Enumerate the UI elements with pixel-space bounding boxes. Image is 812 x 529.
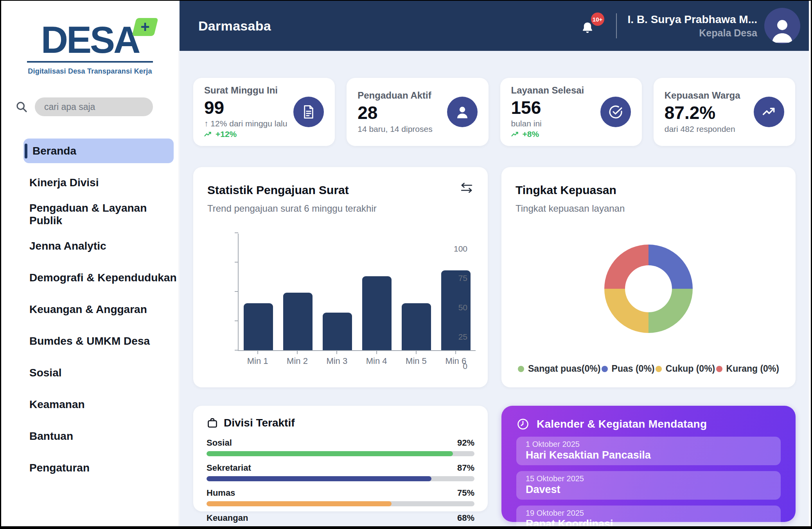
sidebar-item-pengaduan-layanan-publik[interactable]: Pengaduan & Layanan Publik: [1, 198, 179, 230]
stat-subtitle: bulan ini: [511, 119, 584, 128]
bar-min-3[interactable]: [323, 313, 352, 350]
main-content: Surat Minggu Ini99↑ 12% dari minggu lalu…: [180, 51, 809, 526]
stat-value: 87.2%: [665, 103, 740, 122]
bottom-row: Divisi Teraktif Sosial92%Sekretariat87%H…: [193, 406, 795, 522]
bar-min-1[interactable]: [244, 303, 273, 350]
swap-horizontal-icon[interactable]: [460, 182, 474, 194]
sidebar-item-label: Keamanan: [29, 398, 85, 411]
search-icon[interactable]: [15, 101, 28, 113]
bar-plot-area: Min 1Min 2Min 3Min 4Min 5Min 6 025507510…: [207, 234, 474, 366]
event-name: Rapat Koordinasi: [526, 518, 771, 526]
plus-icon: +: [141, 19, 150, 34]
trend-up-icon: [511, 131, 520, 137]
sidebar-item-bantuan[interactable]: Bantuan: [1, 420, 179, 452]
legend-item[interactable]: Puas (0%): [602, 363, 655, 374]
y-tick-mark: [235, 320, 238, 321]
donut-chart[interactable]: [604, 245, 693, 333]
progress-fill: [207, 501, 392, 506]
event-item[interactable]: 19 Oktober 2025Rapat Koordinasi: [516, 506, 781, 526]
sidebar-item-label: Kinerja Divisi: [29, 176, 99, 189]
legend-label: Kurang (0%): [726, 363, 779, 374]
x-tick-mark: [416, 351, 417, 354]
x-tick-mark: [257, 351, 258, 354]
sidebar-item-pengaturan[interactable]: Pengaturan: [1, 452, 179, 484]
bar-min-4[interactable]: [362, 276, 392, 350]
bar-min-2[interactable]: [283, 293, 313, 350]
stat-value: 156: [511, 98, 584, 117]
event-item[interactable]: 1 Oktober 2025Hari Kesaktian Pancasila: [516, 437, 781, 465]
x-tick-label: Min 4: [362, 356, 391, 366]
y-tick-mark: [235, 291, 238, 292]
logo-plus-badge: +: [132, 18, 158, 36]
divisi-percentage: 68%: [457, 513, 474, 523]
sidebar-item-jenna-analytic[interactable]: Jenna Analytic: [1, 230, 179, 262]
divisi-label: Sekretariat: [207, 463, 251, 473]
y-tick-mark: [235, 350, 238, 351]
active-indicator: [25, 144, 27, 158]
stat-card-text: Kepuasan Warga87.2%dari 482 responden: [665, 90, 740, 133]
divisi-rows: Sosial92%Sekretariat87%Humas75%Keuangan6…: [207, 438, 474, 526]
stat-card: Layanan Selesai156bulan ini+8%: [500, 78, 642, 146]
trend-up-icon: [204, 131, 213, 137]
sidebar-item-keamanan[interactable]: Keamanan: [1, 389, 179, 420]
donut-hole: [625, 265, 672, 312]
sidebar-menu: BerandaKinerja DivisiPengaduan & Layanan…: [1, 135, 179, 484]
stat-title: Kepuasan Warga: [665, 90, 740, 101]
avatar[interactable]: [764, 8, 800, 44]
progress-fill: [207, 451, 453, 456]
search-row: [15, 97, 179, 116]
bar-plot: [238, 234, 476, 351]
x-tick-label: Min 5: [401, 356, 431, 366]
sidebar-item-keuangan-anggaran[interactable]: Keuangan & Anggaran: [1, 293, 179, 325]
progress-track: [207, 451, 474, 456]
divisi-label: Sosial: [207, 438, 232, 448]
legend-dot-icon: [656, 366, 662, 372]
stat-trend: +12%: [204, 130, 287, 139]
bar-min-5[interactable]: [402, 303, 431, 350]
legend-dot-icon: [602, 366, 608, 372]
legend-item[interactable]: Kurang (0%): [716, 363, 779, 374]
user-menu[interactable]: I. B. Surya Prabhawa M... Kepala Desa: [628, 13, 757, 39]
y-tick-label: 100: [454, 244, 467, 254]
stat-trend: +8%: [511, 130, 584, 139]
event-item[interactable]: 15 Oktober 2025Davest: [516, 471, 781, 500]
sidebar-item-kinerja-divisi[interactable]: Kinerja Divisi: [1, 167, 179, 198]
stat-card-text: Surat Minggu Ini99↑ 12% dari minggu lalu…: [204, 85, 287, 139]
app-root: DESA + Digitalisasi Desa Transparansi Ke…: [1, 1, 809, 526]
sidebar-item-label: Demografi & Kependudukan: [29, 272, 176, 284]
stat-subtitle: dari 482 responden: [665, 124, 740, 134]
legend-item[interactable]: Cukup (0%): [656, 363, 715, 374]
donut-chart-title: Tingkat Kepuasan: [516, 184, 625, 197]
trend-value: +12%: [216, 130, 237, 139]
legend-dot-icon: [518, 366, 524, 372]
sidebar-item-bumdes-umkm-desa[interactable]: Bumdes & UMKM Desa: [1, 325, 179, 357]
stat-title: Pengaduan Aktif: [357, 90, 432, 101]
sidebar-item-label: Pengaturan: [29, 462, 90, 474]
divisi-row-sekretariat: Sekretariat87%: [207, 463, 474, 481]
notifications-button[interactable]: 10+: [580, 16, 597, 36]
sidebar-item-label: Sosial: [29, 367, 61, 379]
divisi-row-humas: Humas75%: [207, 488, 474, 506]
stat-card-text: Layanan Selesai156bulan ini+8%: [511, 85, 584, 139]
divider: [616, 13, 617, 38]
logo-underline: [27, 61, 153, 63]
sidebar-item-label: Pengaduan & Layanan Publik: [29, 202, 179, 227]
x-category: Min 1: [243, 351, 272, 366]
legend-item[interactable]: Sangat puas(0%): [518, 363, 600, 374]
page-title: Darmasaba: [198, 18, 271, 34]
event-name: Davest: [526, 484, 771, 496]
sidebar-item-sosial[interactable]: Sosial: [1, 357, 179, 389]
search-input[interactable]: [35, 97, 153, 116]
x-tick-mark: [455, 351, 456, 354]
x-tick-mark: [336, 351, 337, 354]
progress-track: [207, 501, 474, 506]
sidebar-item-label: Bantuan: [29, 430, 73, 443]
stat-subtitle: 14 baru, 14 diproses: [357, 124, 432, 134]
document-icon: [293, 97, 324, 127]
sidebar-item-beranda[interactable]: Beranda: [1, 135, 179, 167]
sidebar-item-demografi-kependudukan[interactable]: Demografi & Kependudukan: [1, 262, 179, 293]
donut-area: [516, 214, 781, 363]
sidebar-item-label: Beranda: [32, 145, 76, 157]
y-tick-mark: [235, 262, 238, 263]
donut-chart-subtitle: Tingkat kepuasan layanan: [516, 203, 625, 214]
